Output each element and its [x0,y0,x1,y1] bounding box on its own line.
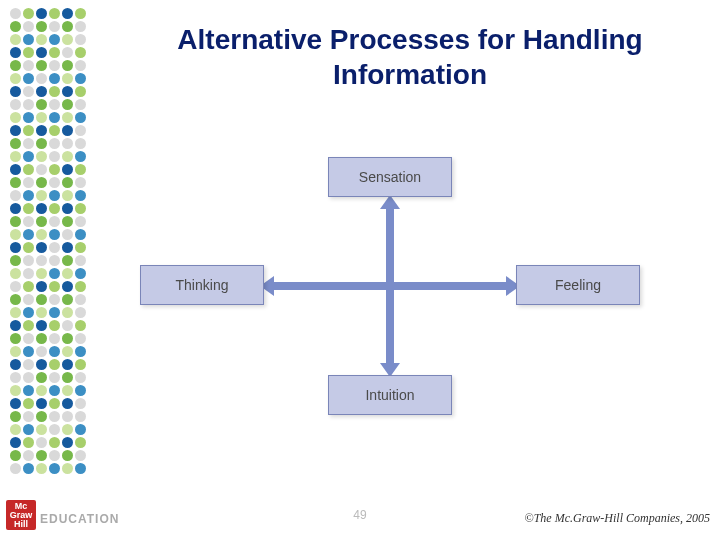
diagram: Sensation Intuition Thinking Feeling [130,145,630,445]
page-title: Alternative Processes for Handling Infor… [120,22,700,92]
arrowhead-up-icon [380,195,400,209]
decorative-dots [10,8,88,480]
node-feeling: Feeling [516,265,640,305]
node-thinking: Thinking [140,265,264,305]
node-sensation: Sensation [328,157,452,197]
horizontal-axis [272,282,508,290]
node-intuition: Intuition [328,375,452,415]
copyright-text: ©The Mc.Graw-Hill Companies, 2005 [525,511,710,526]
